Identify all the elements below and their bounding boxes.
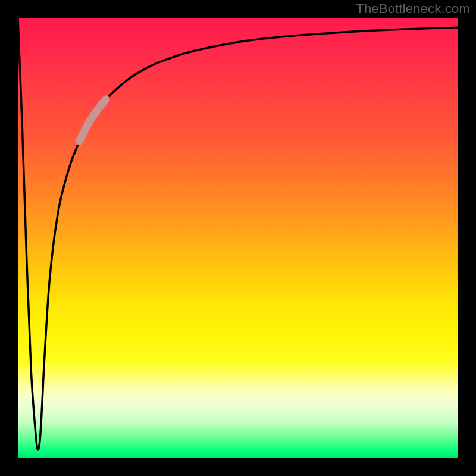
chart-frame: TheBottleneck.com [0, 0, 476, 476]
bottleneck-curve [18, 18, 458, 450]
highlight-segment [80, 99, 106, 141]
curve-svg [18, 18, 458, 458]
attribution-text: TheBottleneck.com [356, 1, 470, 17]
plot-area [18, 18, 458, 458]
